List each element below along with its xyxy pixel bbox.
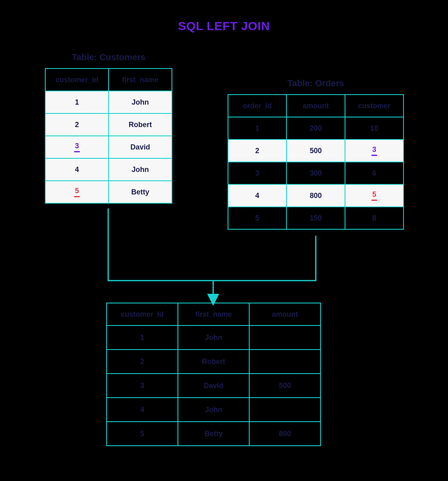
cell-amount xyxy=(249,325,321,350)
cell-first-name: David xyxy=(109,136,172,158)
cell-customer-id: 3 xyxy=(107,374,178,398)
cell-first-name: John xyxy=(109,91,172,113)
orders-label: Table: Orders xyxy=(228,78,404,89)
cell-customer-id: 2 xyxy=(107,350,178,374)
customers-label: Table: Customers xyxy=(45,52,172,63)
cell-customer-id: 4 xyxy=(45,158,109,181)
col-header: amount xyxy=(287,95,345,117)
cell-customer-id: 4 xyxy=(107,398,178,422)
cell-first-name: David xyxy=(178,374,249,398)
cell-first-name: Betty xyxy=(109,181,172,203)
cell-order-id: 1 xyxy=(228,117,287,139)
col-header: customer_id xyxy=(45,69,109,91)
cell-first-name: Betty xyxy=(178,422,249,446)
cell-customer-id: 5 xyxy=(107,422,178,446)
cell-order-id: 2 xyxy=(228,139,287,162)
table-row: 1John xyxy=(107,325,321,350)
customers-table: customer_id first_name 1John2Robert3Davi… xyxy=(45,68,172,204)
cell-customer: 10 xyxy=(345,117,404,139)
table-row: 1John xyxy=(45,91,172,113)
col-header: customer xyxy=(345,95,404,117)
cell-first-name: Robert xyxy=(109,113,172,136)
table-row: 120010 xyxy=(228,117,404,139)
cell-customer-id: 5 xyxy=(45,181,109,203)
cell-customer: 5 xyxy=(345,184,404,207)
table-row: 33006 xyxy=(228,162,404,184)
cell-customer: 8 xyxy=(345,207,404,229)
cell-order-id: 3 xyxy=(228,162,287,184)
table-header-row: order_id amount customer xyxy=(228,95,404,117)
col-header: customer_id xyxy=(107,303,178,325)
cell-amount xyxy=(249,350,321,374)
result-block: customer_id first_name amount 1John2Robe… xyxy=(106,303,321,446)
cell-amount: 500 xyxy=(287,139,345,162)
cell-customer-id: 2 xyxy=(45,113,109,136)
cell-customer-id: 1 xyxy=(45,91,109,113)
cell-customer-id: 3 xyxy=(45,136,109,158)
cell-first-name: Robert xyxy=(178,350,249,374)
table-row: 25003 xyxy=(228,139,404,162)
cell-customer: 3 xyxy=(345,139,404,162)
table-row: 51508 xyxy=(228,207,404,229)
table-row: 3David xyxy=(45,136,172,158)
table-row: 3David500 xyxy=(107,374,321,398)
cell-amount xyxy=(249,398,321,422)
cell-amount: 500 xyxy=(249,374,321,398)
cell-customer: 6 xyxy=(345,162,404,184)
cell-first-name: John xyxy=(178,325,249,350)
col-header: first_name xyxy=(109,69,172,91)
cell-amount: 800 xyxy=(287,184,345,207)
cell-amount: 200 xyxy=(287,117,345,139)
orders-table: order_id amount customer 120010250033300… xyxy=(228,94,404,230)
table-header-row: customer_id first_name xyxy=(45,69,172,91)
table-header-row: customer_id first_name amount xyxy=(107,303,321,325)
table-row: 5Betty xyxy=(45,181,172,203)
table-row: 4John xyxy=(45,158,172,181)
table-row: 4John xyxy=(107,398,321,422)
cell-first-name: John xyxy=(178,398,249,422)
table-row: 2Robert xyxy=(45,113,172,136)
cell-customer-id: 1 xyxy=(107,325,178,350)
orders-block: Table: Orders order_id amount customer 1… xyxy=(228,78,404,230)
table-row: 2Robert xyxy=(107,350,321,374)
table-row: 5Betty800 xyxy=(107,422,321,446)
table-row: 48005 xyxy=(228,184,404,207)
cell-amount: 800 xyxy=(249,422,321,446)
col-header: amount xyxy=(249,303,321,325)
customers-block: Table: Customers customer_id first_name … xyxy=(45,52,172,204)
cell-first-name: John xyxy=(109,158,172,181)
cell-amount: 150 xyxy=(287,207,345,229)
diagram-title: SQL LEFT JOIN xyxy=(0,0,448,33)
col-header: first_name xyxy=(178,303,249,325)
cell-order-id: 5 xyxy=(228,207,287,229)
result-table: customer_id first_name amount 1John2Robe… xyxy=(106,303,321,446)
cell-order-id: 4 xyxy=(228,184,287,207)
cell-amount: 300 xyxy=(287,162,345,184)
col-header: order_id xyxy=(228,95,287,117)
